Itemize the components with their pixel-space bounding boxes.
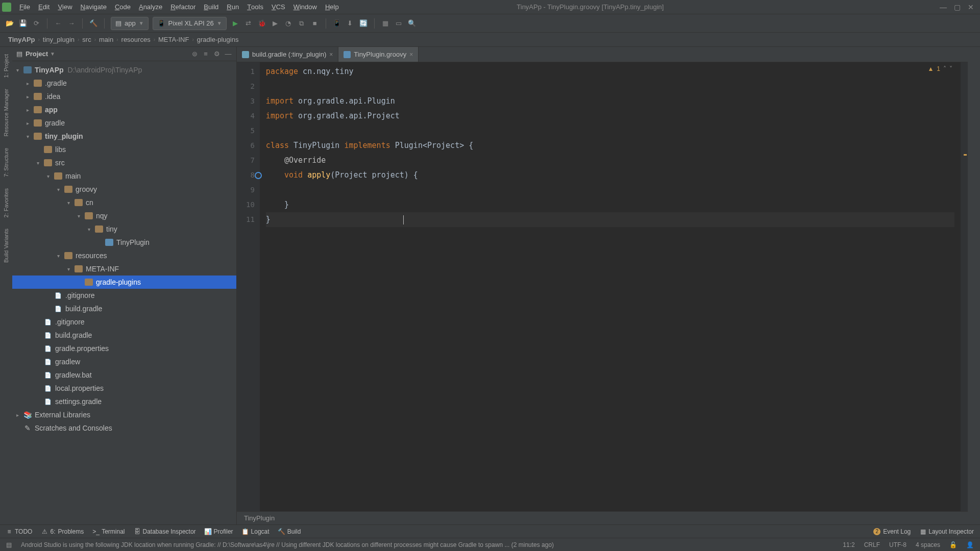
make-icon[interactable]: 🔨 [89,19,98,28]
tree-node[interactable]: ▸app [12,103,236,116]
breadcrumb-item[interactable]: src [80,36,93,43]
tree-node[interactable]: ▸📚External Libraries [12,408,236,421]
menu-edit[interactable]: Edit [34,3,54,11]
editor-marker-strip[interactable] [961,62,968,511]
tree-node[interactable]: 📄gradle.properties [12,342,236,355]
tool-tab[interactable]: 7: Structure [2,145,10,180]
menu-view[interactable]: View [54,3,76,11]
breadcrumb-item[interactable]: tiny_plugin [41,36,77,43]
maximize-icon[interactable]: ▢ [954,3,961,11]
bottom-tool-todo[interactable]: ≡TODO [6,528,32,535]
editor-tab[interactable]: build.gradle (:tiny_plugin)× [237,47,338,62]
editor-content[interactable]: package cn.nqy.tiny import org.gradle.ap… [260,62,961,511]
menu-analyze[interactable]: Analyze [135,3,166,11]
module-selector[interactable]: ▤ app ▼ [111,17,149,30]
tree-node[interactable]: ▾resources [12,249,236,262]
menu-vcs[interactable]: VCS [267,3,289,11]
editor-breadcrumb[interactable]: TinyPlugin [237,511,968,524]
tool-tab[interactable]: Resource Manager [2,86,10,140]
editor-inspection-indicator[interactable]: ▲ 1 ˄ ˅ [927,65,952,72]
close-window-icon[interactable]: ✕ [968,3,974,11]
tree-node[interactable]: ✎Scratches and Consoles [12,421,236,435]
avd-icon[interactable]: 📱 [332,19,341,28]
tree-node[interactable]: 📄.gitignore [12,289,236,302]
hide-icon[interactable]: — [224,50,232,58]
readonly-icon[interactable]: 🔓 [949,541,957,548]
tree-node[interactable]: gradle-plugins [12,276,236,289]
breadcrumb-item[interactable]: META-INF [156,36,191,43]
settings-icon[interactable]: ⚙ [213,50,221,58]
menu-window[interactable]: Window [289,3,321,11]
inspection-profile-icon[interactable]: 👤 [966,541,974,548]
breadcrumb-item[interactable]: TinyAPp [6,36,37,43]
status-menu-icon[interactable]: ▤ [6,541,12,548]
layout-inspector-button[interactable]: ▦ Layout Inspector [920,528,974,535]
locate-icon[interactable]: ⊚ [190,50,199,58]
status-message[interactable]: Android Studio is using the following JD… [21,541,834,548]
menu-build[interactable]: Build [200,3,223,11]
bottom-tool-database-inspector[interactable]: 🗄Database Inspector [134,528,196,535]
expand-icon[interactable]: ≡ [202,50,210,58]
file-encoding[interactable]: UTF-8 [889,541,906,548]
breadcrumb-item[interactable]: main [97,36,115,43]
tree-node[interactable]: TinyPlugin [12,236,236,249]
tool-tab[interactable]: 2: Favorites [2,185,10,220]
back-icon[interactable]: ← [54,19,63,28]
bottom-tool-terminal[interactable]: >_Terminal [93,528,125,535]
apply-changes-icon[interactable]: ⇄ [244,19,253,28]
menu-help[interactable]: Help [321,3,343,11]
tree-node[interactable]: ▾main [12,169,236,183]
search-icon[interactable]: 🔍 [407,19,416,28]
tree-node[interactable]: 📄build.gradle [12,329,236,342]
save-icon[interactable]: 💾 [18,19,28,28]
coverage-icon[interactable]: ▶ [271,19,280,28]
project-panel-title[interactable]: Project ▼ [26,50,55,58]
indent-setting[interactable]: 4 spaces [916,541,940,548]
sdk-icon[interactable]: ⬇ [346,19,355,28]
debug-icon[interactable]: 🐞 [257,19,266,28]
close-tab-icon[interactable]: × [329,51,333,58]
tree-node[interactable]: 📄gradlew [12,355,236,368]
close-tab-icon[interactable]: × [409,51,413,58]
tree-node[interactable]: 📄gradlew.bat [12,368,236,382]
next-highlight-icon[interactable]: ˅ [949,65,952,72]
breadcrumb-item[interactable]: gradle-plugins [195,36,241,43]
editor-gutter[interactable]: 1234567891011 [237,62,260,511]
bottom-tool-build[interactable]: 🔨Build [279,528,301,535]
project-structure-icon[interactable]: ▦ [381,19,390,28]
tree-node[interactable]: ▾nqy [12,209,236,222]
menu-tools[interactable]: Tools [243,3,267,11]
profile-icon[interactable]: ◔ [284,19,293,28]
tool-tab[interactable]: Build Variants [2,226,10,266]
menu-code[interactable]: Code [111,3,135,11]
tree-node[interactable]: 📄.gitignore [12,315,236,329]
tree-node[interactable]: ▾tiny_plugin [12,130,236,143]
minimize-icon[interactable]: — [940,3,947,11]
tree-node[interactable]: ▾TinyAPpD:\androidProj\TinyAPp [12,63,236,77]
device-selector[interactable]: 📱 Pixel XL API 26 ▼ [153,17,227,30]
breadcrumb-item[interactable]: resources [119,36,153,43]
menu-refactor[interactable]: Refactor [166,3,200,11]
menu-run[interactable]: Run [223,3,243,11]
event-log-button[interactable]: 2 Event Log [873,528,911,535]
sync-icon[interactable]: ⟳ [32,19,41,28]
bottom-tool-logcat[interactable]: 📋Logcat [242,528,270,535]
tree-node[interactable]: ▾groovy [12,183,236,196]
tree-node[interactable]: libs [12,143,236,156]
cursor-position[interactable]: 11:2 [843,541,854,548]
forward-icon[interactable]: → [67,19,76,28]
bottom-tool-profiler[interactable]: 📊Profiler [205,528,233,535]
tree-node[interactable]: 📄settings.gradle [12,395,236,408]
project-tree[interactable]: ▾TinyAPpD:\androidProj\TinyAPp▸.gradle▸.… [12,61,236,524]
line-separator[interactable]: CRLF [864,541,880,548]
tree-node[interactable]: ▸.gradle [12,77,236,90]
open-icon[interactable]: 📂 [5,19,14,28]
bottom-tool-problems[interactable]: ⚠6: Problems [41,528,84,535]
tree-node[interactable]: ▾META-INF [12,262,236,276]
prev-highlight-icon[interactable]: ˄ [943,65,946,72]
editor-tab[interactable]: TinyPlugin.groovy× [338,47,419,62]
tool-tab[interactable]: 1: Project [2,51,10,81]
menu-file[interactable]: File [15,3,34,11]
stop-icon[interactable]: ■ [310,19,320,28]
menu-navigate[interactable]: Navigate [77,3,111,11]
